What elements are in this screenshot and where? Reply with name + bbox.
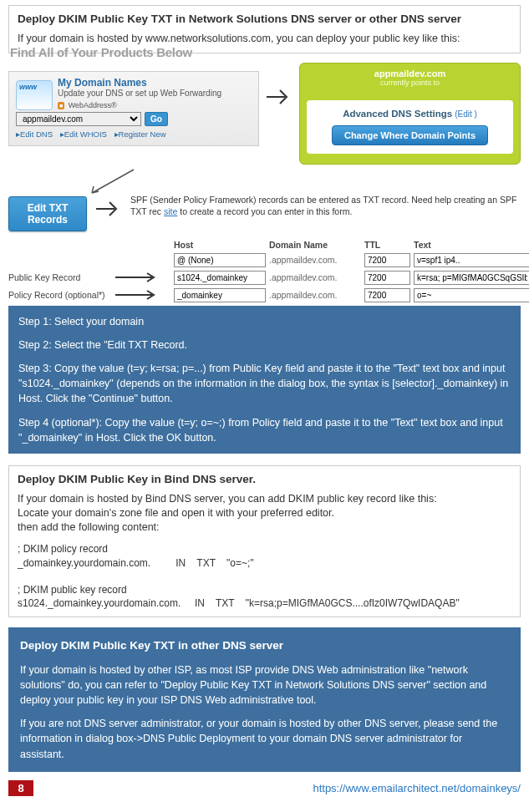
text-input[interactable] (414, 288, 529, 302)
host-input[interactable] (174, 271, 266, 285)
spf-site-link[interactable]: site (164, 206, 177, 216)
webaddress-label: WebAddress® (69, 101, 117, 109)
step-2: Step 2: Select the "Edit TXT Record. (18, 337, 511, 353)
row-label: Policy Record (optional*) (8, 290, 109, 300)
text-input[interactable] (414, 253, 529, 267)
table-row: Policy Record (optional*) .appmaildev.co… (8, 288, 521, 302)
bind-p1: If your domain is hosted by Bind DNS ser… (18, 492, 511, 506)
ns-panel: My Domain Names Update your DNS or set u… (8, 71, 259, 146)
ns-illustration: Find All of Your Products Below My Domai… (8, 45, 521, 302)
table-row: .appmaildev.com. (8, 253, 521, 267)
green-panel: appmaildev.com currently points to Advan… (299, 63, 521, 165)
step-1: Step 1: Select your domain (18, 314, 511, 329)
txt-record-table: Host Domain Name TTL Text .appmaildev.co… (8, 240, 521, 302)
arrow-right-icon (112, 288, 162, 302)
change-domain-button[interactable]: Change Where Domain Points (332, 125, 488, 145)
other-title: Deploy DKIM Public Key TXT in other DNS … (20, 637, 509, 654)
green-domain: appmaildev.com (307, 69, 513, 79)
link-register-new[interactable]: ▸Register New (114, 129, 166, 139)
text-input[interactable] (414, 271, 529, 285)
green-sub: currently points to (307, 79, 513, 87)
col-ttl: TTL (364, 240, 410, 250)
ttl-input[interactable] (364, 253, 410, 267)
webaddress-badge (58, 102, 64, 109)
table-row: Public Key Record .appmaildev.com. (8, 271, 521, 285)
host-input[interactable] (174, 253, 266, 267)
steps-panel: Step 1: Select your domain Step 2: Selec… (8, 306, 521, 454)
bind-p2: Locate your domain's zone file and open … (18, 506, 511, 520)
step-3: Step 3: Copy the value (t=y; k=rsa; p=..… (18, 361, 511, 406)
adv-edit-link[interactable]: (Edit ) (455, 109, 477, 119)
arrow-right-icon (264, 86, 294, 108)
adv-dns-box: Advanced DNS Settings (Edit ) Change Whe… (307, 100, 513, 154)
ttl-input[interactable] (364, 271, 410, 285)
host-input[interactable] (174, 288, 266, 302)
link-edit-dns[interactable]: ▸Edit DNS (16, 129, 53, 139)
arrow-right-icon (112, 271, 162, 284)
domain-name: .appmaildev.com. (269, 272, 361, 282)
adv-title: Advanced DNS Settings (343, 109, 452, 119)
link-edit-whois[interactable]: ▸Edit WHOIS (60, 129, 107, 139)
bind-title: Deploy DKIM Public Key in Bind DNS serve… (18, 473, 511, 485)
ns-intro: If your domain is hosted by www.networks… (18, 32, 511, 46)
col-text: Text (414, 240, 529, 250)
domain-name: .appmaildev.com. (269, 290, 361, 300)
www-icon (16, 80, 53, 110)
footer-link[interactable]: https://www.emailarchitect.net/domainkey… (313, 782, 521, 794)
ns-title: Deploy DKIM Public Key TXT in Network So… (18, 13, 511, 25)
section-other-dns: Deploy DKIM Public Key TXT in other DNS … (8, 627, 521, 771)
find-heading: Find All of Your Products Below (10, 45, 521, 59)
go-button[interactable]: Go (145, 112, 168, 126)
arrow-down-icon (84, 168, 521, 198)
spf-note: SPF (Sender Policy Framework) records ca… (130, 195, 521, 217)
other-p2: If you are not DNS server administrator,… (20, 716, 509, 761)
ttl-input[interactable] (364, 288, 410, 302)
page-footer: 8 https://www.emailarchitect.net/domaink… (8, 780, 521, 796)
step-4: Step 4 (optional*): Copy the value (t=y;… (18, 415, 511, 445)
bind-code: ; DKIM policy record _domainkey.yourdoma… (18, 542, 511, 610)
section-bind: Deploy DKIM Public Key in Bind DNS serve… (8, 465, 521, 618)
col-host: Host (174, 240, 266, 250)
page-number: 8 (8, 780, 33, 796)
row-label: Public Key Record (8, 272, 109, 282)
arrow-right-icon (94, 198, 124, 220)
other-p1: If your domain is hosted by other ISP, a… (20, 662, 509, 708)
col-domain: Domain Name (269, 240, 361, 250)
domain-name: .appmaildev.com. (269, 255, 361, 265)
domain-select[interactable]: appmaildev.com (16, 112, 141, 126)
edit-txt-records-button[interactable]: Edit TXT Records (8, 196, 87, 231)
ns-links: ▸Edit DNS ▸Edit WHOIS ▸Register New (16, 129, 252, 139)
bind-p3: then add the following content: (18, 520, 511, 535)
